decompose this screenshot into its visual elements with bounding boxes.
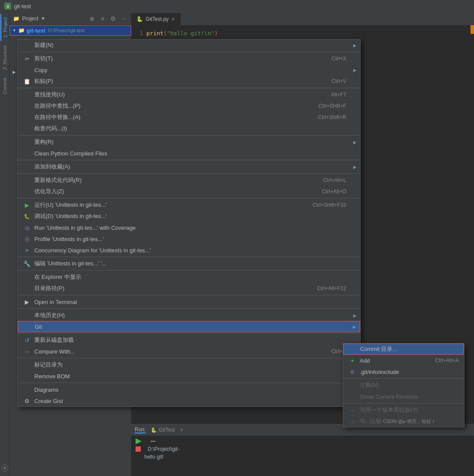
menu-item-findusages[interactable]: 查找使用(U) Alt+F7 <box>18 89 360 100</box>
separator-9 <box>18 295 360 295</box>
bottom-tab-run[interactable]: Run: <box>135 426 146 433</box>
panel-action-add[interactable]: ⊕ <box>88 14 96 23</box>
panel-dropdown-icon[interactable]: ▼ <box>41 16 45 21</box>
menu-item-cleanpyc[interactable]: Clean Python Compiled Files <box>18 148 360 159</box>
menu-item-debug[interactable]: 🐛 调试(D) 'Unittests in git-tes...' <box>18 211 360 222</box>
tree-label-git-test: git-test <box>27 27 45 34</box>
menu-item-new[interactable]: 新建(N) <box>18 40 360 51</box>
submenu-item-commit[interactable]: Commit 目录... <box>343 344 464 355</box>
window-title: git-test <box>14 3 31 10</box>
replaceinpath-icon <box>23 113 31 121</box>
menu-item-copy[interactable]: Copy <box>18 64 360 76</box>
run-name-label: GitTest <box>159 427 175 433</box>
menu-item-cut[interactable]: ✂ 剪切(T) Ctrl+X <box>18 53 360 64</box>
annotate-icon <box>348 381 356 389</box>
separator-13 <box>18 383 360 383</box>
submenu-separator-2 <box>343 403 464 403</box>
tab-gittest[interactable]: 🐍 GitTest.py × <box>131 13 181 25</box>
stop-button[interactable] <box>136 446 141 452</box>
submenu-label-showcurrentrev: Show Current Revision <box>360 393 418 400</box>
cleanpyc-icon <box>23 149 31 157</box>
app-icon: g <box>4 3 11 10</box>
run-output-line: hello git! <box>136 454 470 460</box>
menu-item-removebom[interactable]: Remove BOM <box>18 370 360 382</box>
menu-label-concurrency: Concurrency Diagram for 'Unittests in gi… <box>34 247 355 254</box>
separator-8 <box>18 270 360 271</box>
markdir-icon <box>23 361 31 369</box>
menu-item-terminal[interactable]: ▶ Open in Terminal <box>18 296 360 307</box>
menu-label-profile: Profile 'Unittests in git-tes...' <box>34 236 355 242</box>
menu-label-copy: Copy <box>34 67 355 73</box>
menu-item-findinpath[interactable]: 在路径中查找...(P) Ctrl+Shift+F <box>18 100 360 112</box>
code-func: print <box>146 30 163 36</box>
menu-label-new: 新建(N) <box>34 41 355 49</box>
debug-icon: 🐛 <box>23 212 31 220</box>
menu-label-removebom: Remove BOM <box>34 373 355 380</box>
menu-item-concurrency[interactable]: ≡ Concurrency Diagram for 'Unittests in … <box>18 245 360 256</box>
menu-item-explorer[interactable]: 在 Explorer 中显示 <box>18 271 360 283</box>
menu-item-dirpath[interactable]: 目录路径(P) Ctrl+Alt+F12 <box>18 283 360 294</box>
menu-item-refactor[interactable]: 重构(R) <box>18 136 360 148</box>
submenu-item-gitexclude[interactable]: ⚙ .git/info/exclude <box>343 366 464 377</box>
menu-item-paste[interactable]: 📋 粘贴(P) Ctrl+V <box>18 76 360 87</box>
panel-title-label: Project <box>22 16 38 22</box>
menu-item-coverage[interactable]: ◎ Run 'Unittests in git-tes...' with Cov… <box>18 222 360 233</box>
menu-item-inspectcode[interactable]: 检查代码...(I) <box>18 123 360 134</box>
menu-item-creategist[interactable]: ⚙ Create Gist <box>18 395 360 407</box>
menu-label-dirpath: 目录路径(P) <box>34 284 317 292</box>
shortcut-cut: Ctrl+X <box>331 56 355 62</box>
menu-item-git[interactable]: Git <box>18 321 360 332</box>
submenu-item-add[interactable]: + Add Ctrl+Alt+A <box>343 355 464 366</box>
submenu-item-comparesamerev: ↔ 与同一个版本库比较(Y) <box>343 404 464 416</box>
vtab-commit[interactable]: Commit <box>1 74 9 98</box>
menu-label-favorites: 添加到收藏(A) <box>34 163 355 171</box>
run-button[interactable] <box>136 438 142 444</box>
menu-item-profile[interactable]: ◎ Profile 'Unittests in git-tes...' <box>18 233 360 245</box>
menu-label-paste: 粘贴(P) <box>34 77 331 85</box>
tree-item-git-test[interactable]: ▼ 📁 git-test D:\Project\git-test <box>10 25 131 36</box>
git-icon <box>23 323 31 331</box>
paste-icon: 📋 <box>23 77 31 85</box>
menu-label-findusages: 查找使用(U) <box>34 91 331 99</box>
editconfig-icon: 🔧 <box>23 260 31 268</box>
separator-2 <box>18 88 360 88</box>
step-up-btn[interactable] <box>150 441 156 442</box>
add-icon: + <box>348 357 356 364</box>
shortcut-reformat: Ctrl+Alt+L <box>323 177 355 183</box>
menu-item-reload[interactable]: ↺ 重新从磁盘加载 <box>18 334 360 346</box>
panel-action-settings[interactable]: ⚙ <box>109 14 117 23</box>
git-submenu: Commit 目录... + Add Ctrl+Alt+A ⚙ .git/inf… <box>343 343 464 427</box>
tree-arrow: ▼ <box>12 28 17 33</box>
shortcut-replaceinpath: Ctrl+Shift+R <box>318 114 355 120</box>
title-bar: g git-test <box>0 0 474 12</box>
menu-item-favorites[interactable]: 添加到收藏(A) <box>18 161 360 172</box>
menu-item-localhistory[interactable]: 本地历史(H) <box>18 310 360 321</box>
tab-close-btn[interactable]: × <box>171 16 175 23</box>
panel-actions: ⊕ ≡ ⚙ − <box>88 14 128 23</box>
menu-item-diagrams[interactable]: Diagrams <box>18 384 360 395</box>
menu-item-markdir[interactable]: 标记目录为 <box>18 359 360 370</box>
favorites-icon <box>23 163 31 171</box>
menu-label-inspectcode: 检查代码...(I) <box>34 125 355 132</box>
panel-action-collapse[interactable]: ≡ <box>98 14 107 23</box>
menu-item-comparewith[interactable]: ↔ Compare With... Ctrl+D <box>18 346 360 357</box>
menu-item-reformat[interactable]: 重新格式化代码(R) Ctrl+Alt+L <box>18 175 360 186</box>
shortcut-findinpath: Ctrl+Shift+F <box>318 103 355 109</box>
menu-label-run: 运行(U) 'Unittests in git-tes...' <box>34 201 313 209</box>
tab-bar: 🐍 GitTest.py × <box>131 12 474 25</box>
shortcut-findusages: Alt+F7 <box>331 92 355 98</box>
menu-item-run[interactable]: ▶ 运行(U) 'Unittests in git-tes...' Ctrl+S… <box>18 199 360 211</box>
separator-10 <box>18 308 360 309</box>
bottom-tab-close[interactable]: × <box>180 427 183 433</box>
showcurrentrev-icon <box>348 393 356 400</box>
menu-item-optimizeimports[interactable]: 优化导入(Z) Ctrl+Alt+O <box>18 186 360 197</box>
menu-item-replaceinpath[interactable]: 在路径中替换...(A) Ctrl+Shift+R <box>18 112 360 123</box>
vtab-project[interactable]: 1: Project <box>0 14 9 41</box>
settings-icon[interactable]: ⚙ <box>1 465 8 472</box>
panel-action-minimize[interactable]: − <box>119 14 128 23</box>
menu-item-editconfig[interactable]: 🔧 编辑 'Unittests in git-tes...' '... <box>18 258 360 269</box>
run-output: hello git! <box>144 454 164 460</box>
vtab-structure[interactable]: 2: Structure <box>1 42 9 73</box>
python-icon-small: 🐍 <box>151 427 157 433</box>
run-icon: ▶ <box>23 201 31 209</box>
